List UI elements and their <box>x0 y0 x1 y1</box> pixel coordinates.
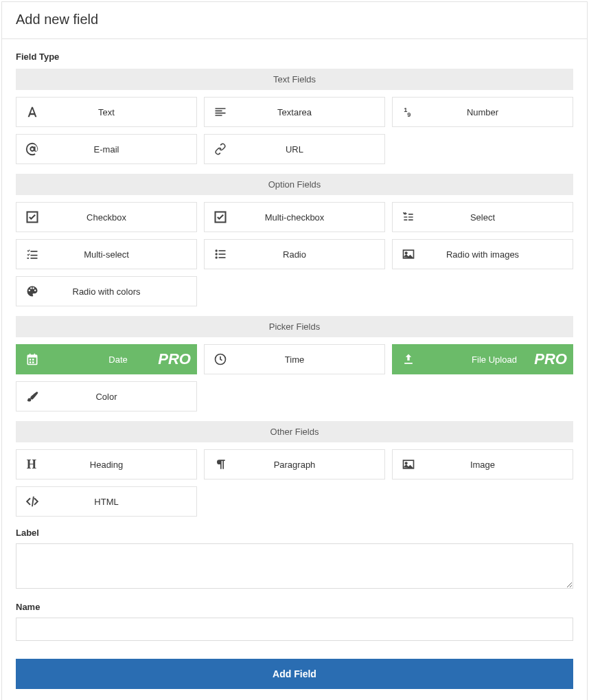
svg-point-4 <box>216 249 218 251</box>
tile-label: Multi-checkbox <box>236 212 384 223</box>
svg-point-15 <box>405 462 407 464</box>
pro-badge: PRO <box>534 350 567 368</box>
list-icon <box>205 247 236 261</box>
tile-html[interactable]: HTML <box>16 486 197 517</box>
tile-paragraph[interactable]: Paragraph <box>204 449 385 479</box>
tile-heading[interactable]: H Heading <box>16 449 197 479</box>
tile-select[interactable]: Select <box>392 202 573 232</box>
tile-label: Textarea <box>236 107 384 117</box>
heading-icon: H <box>16 457 48 472</box>
tile-email[interactable]: E-mail <box>16 134 197 164</box>
tile-label: URL <box>236 144 384 155</box>
tile-text[interactable]: Text <box>16 97 197 127</box>
tile-label: HTML <box>48 497 196 507</box>
tile-label: Radio with colors <box>48 286 196 297</box>
tile-time[interactable]: Time <box>204 344 385 374</box>
pro-badge: PRO <box>158 350 191 368</box>
add-field-panel: Add new field Field Type Text Fields Tex… <box>1 1 588 700</box>
label-field-label: Label <box>16 528 573 538</box>
svg-point-8 <box>216 256 218 258</box>
tile-label: E-mail <box>48 144 196 155</box>
tile-label: Radio <box>236 249 384 260</box>
group-text-fields: Text Fields <box>16 69 573 90</box>
image-icon <box>393 458 424 471</box>
code-icon <box>16 494 48 509</box>
panel-body: Field Type Text Fields Text Textarea 19 <box>2 39 587 700</box>
select-icon <box>393 210 424 224</box>
tile-label: Color <box>48 392 196 402</box>
tile-label: Heading <box>48 460 196 470</box>
svg-text:9: 9 <box>407 111 411 118</box>
brush-icon <box>16 389 48 403</box>
svg-point-11 <box>405 252 407 254</box>
tile-radio[interactable]: Radio <box>204 239 385 269</box>
tile-label: Time <box>236 354 384 365</box>
tile-label: Number <box>424 107 573 117</box>
tile-label: Radio with images <box>424 249 573 260</box>
label-input[interactable] <box>16 543 573 589</box>
multi-checkbox-icon <box>205 210 236 224</box>
at-icon <box>16 142 48 157</box>
align-left-icon <box>205 105 236 119</box>
tile-label: Image <box>424 460 573 470</box>
panel-title: Add new field <box>2 2 587 39</box>
group-other-fields: Other Fields <box>16 421 573 442</box>
name-field-label: Name <box>16 602 573 612</box>
tile-label: Checkbox <box>48 212 196 223</box>
tile-label: Paragraph <box>236 460 384 470</box>
tile-multiselect[interactable]: Multi-select <box>16 239 197 269</box>
tile-label: Multi-select <box>48 249 196 260</box>
tile-multicheckbox[interactable]: Multi-checkbox <box>204 202 385 232</box>
svg-rect-5 <box>219 250 226 251</box>
tile-image[interactable]: Image <box>392 449 573 479</box>
svg-text:H: H <box>27 458 36 471</box>
image-icon <box>393 247 424 261</box>
tile-date[interactable]: Date PRO <box>16 344 197 374</box>
name-input[interactable] <box>16 618 573 641</box>
group-picker-fields: Picker Fields <box>16 316 573 337</box>
svg-rect-9 <box>219 257 226 258</box>
tile-label: Select <box>424 212 573 223</box>
tile-radiocolors[interactable]: Radio with colors <box>16 276 197 306</box>
multiselect-icon <box>16 247 48 261</box>
tile-checkbox[interactable]: Checkbox <box>16 202 197 232</box>
clock-icon <box>205 352 236 366</box>
tile-fileupload[interactable]: File Upload PRO <box>392 344 573 374</box>
field-type-label: Field Type <box>16 52 573 62</box>
tile-number[interactable]: 19 Number <box>392 97 573 127</box>
tile-textarea[interactable]: Textarea <box>204 97 385 127</box>
checkbox-icon <box>16 210 48 224</box>
palette-icon <box>16 284 48 298</box>
tile-url[interactable]: URL <box>204 134 385 164</box>
svg-rect-7 <box>219 253 226 255</box>
link-icon <box>205 142 236 156</box>
svg-point-6 <box>216 253 218 255</box>
paragraph-icon <box>205 458 236 471</box>
tile-color[interactable]: Color <box>16 381 197 411</box>
tile-label: Text <box>48 107 196 117</box>
font-icon <box>16 104 48 120</box>
group-option-fields: Option Fields <box>16 174 573 195</box>
add-field-button[interactable]: Add Field <box>16 659 573 689</box>
tile-radioimages[interactable]: Radio with images <box>392 239 573 269</box>
number-icon: 19 <box>393 105 424 119</box>
